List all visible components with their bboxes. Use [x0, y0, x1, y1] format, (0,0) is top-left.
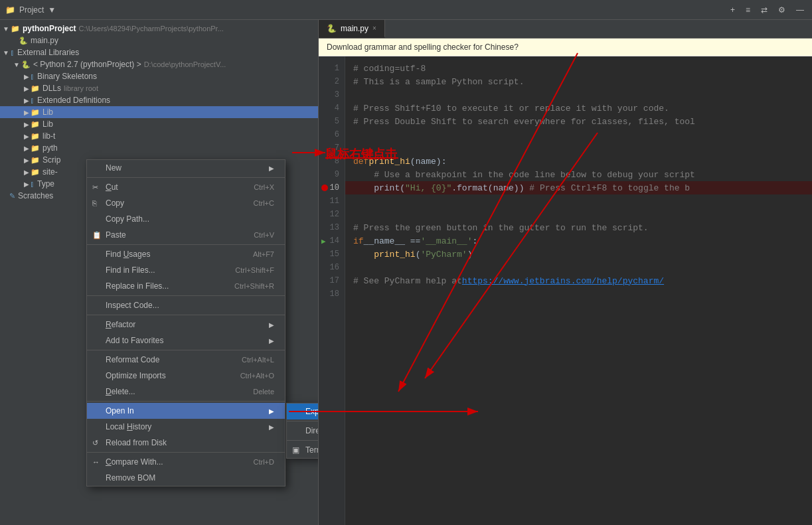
- copy-shortcut: Ctrl+C: [240, 199, 274, 207]
- menu-find-in-files-label: Find in Files...: [106, 265, 155, 275]
- menu-item-refactor[interactable]: Refactor ▶: [87, 317, 285, 333]
- expand-arrow-extlibs: ▼: [3, 49, 9, 56]
- sidebar-item-mainpy[interactable]: 🐍 main.py: [0, 35, 318, 46]
- submenu-item-terminal[interactable]: ▣ Terminal: [287, 442, 319, 458]
- code-line-10: print( "Hi, {0}" .format(name)) # Press …: [345, 181, 812, 194]
- code-line-14: if __name__ == '__main__' :: [345, 234, 812, 248]
- sync-icon[interactable]: ⇄: [758, 5, 770, 15]
- python27-label: < Python 2.7 (pythonProject) >: [33, 60, 141, 69]
- sidebar-item-binary-skeletons[interactable]: ▶ ⫿ Binary Skeletons: [0, 70, 318, 82]
- expand-arrow-dlls: ▶: [24, 85, 29, 92]
- menu-copy-label: Copy: [106, 198, 124, 208]
- menu-item-delete[interactable]: Delete... Delete: [87, 384, 285, 400]
- tab-mainpy[interactable]: 🐍 main.py ×: [319, 20, 385, 38]
- libt-folder-icon: 📁: [31, 132, 40, 141]
- line-num-5: 5: [319, 115, 345, 128]
- menu-item-compare-with[interactable]: ↔ Compare With... Ctrl+D: [87, 454, 285, 470]
- site-label: site-: [42, 167, 58, 177]
- menu-item-reload-from-disk[interactable]: ↺ Reload from Disk: [87, 435, 285, 451]
- mainpy-label: main.py: [31, 36, 58, 45]
- libt-label: lib-t: [42, 131, 55, 141]
- reformat-code-shortcut: Ctrl+Alt+L: [228, 356, 274, 364]
- line-num-16: 16: [319, 261, 345, 274]
- menu-item-new[interactable]: New ▶: [87, 160, 285, 176]
- menu-item-optimize-imports[interactable]: Optimize Imports Ctrl+Alt+O: [87, 368, 285, 384]
- code-line-11: [345, 194, 812, 208]
- minimize-icon[interactable]: —: [793, 5, 807, 15]
- ext-libs-label: External Libraries: [17, 48, 79, 57]
- menu-item-copy[interactable]: ⎘ Copy Ctrl+C: [87, 195, 285, 211]
- sidebar-item-lib-t[interactable]: ▶ 📁 lib-t: [0, 130, 318, 142]
- menu-open-in-label: Open In: [106, 406, 134, 415]
- menu-remove-bom-label: Remove BOM: [106, 473, 155, 483]
- menu-item-paste[interactable]: 📋 Paste Ctrl+V: [87, 227, 285, 243]
- info-bar: Download grammar and spelling checker fo…: [319, 38, 812, 56]
- sidebar-item-ext-libs[interactable]: ▼ ⫿ External Libraries: [0, 46, 318, 58]
- code-line-16: [345, 261, 812, 274]
- sidebar-item-lib[interactable]: ▶ 📁 Lib: [0, 106, 318, 118]
- line-num-10: 10: [319, 181, 345, 194]
- menu-new-label: New: [106, 163, 122, 173]
- submenu-item-directory-path[interactable]: Directory Path Ctrl+Alt+F12: [287, 423, 319, 439]
- sidebar-item-python27[interactable]: ▼ 🐍 < Python 2.7 (pythonProject) > D:\co…: [0, 58, 318, 70]
- code-content[interactable]: # coding=utf-8 # This is a sample Python…: [345, 56, 812, 525]
- line-num-1: 1: [319, 62, 345, 75]
- submenu-arrow-new: ▶: [269, 165, 274, 172]
- sidebar-item-lib2[interactable]: ▶ 📁 Lib: [0, 118, 318, 130]
- menu-item-open-in[interactable]: Open In ▶ Explorer Directory Path Ctrl+A…: [87, 403, 285, 419]
- sidebar-item-extended-defs[interactable]: ▶ ⫿ Extended Definitions: [0, 94, 318, 106]
- menu-item-copy-path[interactable]: Copy Path...: [87, 211, 285, 227]
- pyth-folder-icon: 📁: [31, 144, 40, 153]
- expand-arrow: ▼: [3, 25, 9, 33]
- cut-shortcut: Ctrl+X: [240, 183, 274, 191]
- tab-label: main.py: [341, 24, 368, 33]
- menu-item-find-usages[interactable]: Find Usages Alt+F7: [87, 246, 285, 262]
- expand-arrow-extdefs: ▶: [24, 97, 29, 104]
- menu-item-cut[interactable]: ✂ Cut Ctrl+X: [87, 179, 285, 195]
- line-num-9: 9: [319, 168, 345, 181]
- scratches-icon: ✎: [9, 192, 15, 200]
- find-in-files-shortcut: Ctrl+Shift+F: [222, 266, 274, 274]
- line-num-17: 17: [319, 274, 345, 287]
- lib-icon: ⫿: [31, 72, 35, 80]
- optimize-imports-shortcut: Ctrl+Alt+O: [227, 372, 274, 380]
- tab-close-button[interactable]: ×: [372, 25, 376, 32]
- menu-item-reformat-code[interactable]: Reformat Code Ctrl+Alt+L: [87, 352, 285, 368]
- site-folder-icon: 📁: [31, 168, 40, 177]
- add-icon[interactable]: +: [728, 5, 738, 15]
- menu-reload-from-disk-label: Reload from Disk: [106, 438, 167, 447]
- paste-icon: 📋: [92, 231, 102, 240]
- title-bar: 📁 Project ▼ + ≡ ⇄ ⚙ —: [0, 0, 812, 20]
- line-numbers: 1 2 3 4 5 6 7 8 9 10 11 12 13 ▶ 14: [319, 56, 345, 525]
- sidebar-item-pyth[interactable]: ▶ 📁 pyth: [0, 142, 318, 154]
- settings-icon[interactable]: ⚙: [775, 5, 788, 15]
- sidebar-item-pythonproject[interactable]: ▼ 📁 pythonProject C:\Users\48294\Pycharm…: [0, 23, 318, 35]
- menu-item-remove-bom[interactable]: Remove BOM: [87, 470, 285, 486]
- menu-local-history-label: Local History: [106, 422, 151, 431]
- expand-arrow-lib2: ▶: [24, 121, 29, 128]
- submenu-arrow-favorites: ▶: [269, 337, 274, 344]
- menu-item-inspect-code[interactable]: Inspect Code...: [87, 297, 285, 313]
- menu-sep-3: [87, 295, 285, 296]
- menu-item-replace-in-files[interactable]: Replace in Files... Ctrl+Shift+R: [87, 278, 285, 294]
- menu-item-local-history[interactable]: Local History ▶: [87, 419, 285, 435]
- py-file-icon: 🐍: [19, 37, 28, 45]
- line-num-15: 15: [319, 248, 345, 261]
- line-num-8: 8: [319, 155, 345, 168]
- menu-item-add-to-favorites[interactable]: Add to Favorites ▶: [87, 333, 285, 348]
- code-line-9: # Use a breakpoint in the code line belo…: [345, 168, 812, 181]
- submenu-sep-1: [287, 421, 319, 421]
- menu-find-usages-label: Find Usages: [106, 250, 150, 259]
- menu-item-find-in-files[interactable]: Find in Files... Ctrl+Shift+F: [87, 262, 285, 278]
- sidebar-item-dlls[interactable]: ▶ 📁 DLLs library root: [0, 82, 318, 94]
- submenu-item-explorer[interactable]: Explorer: [287, 404, 319, 419]
- project-dropdown-icon[interactable]: ▼: [48, 5, 56, 15]
- code-line-4: # Press Shift+F10 to execute it or repla…: [345, 102, 812, 115]
- binary-skeletons-label: Binary Skeletons: [37, 72, 97, 81]
- list-icon[interactable]: ≡: [743, 5, 753, 15]
- lib2-label: Lib: [42, 119, 53, 129]
- terminal-icon: ▣: [292, 445, 299, 455]
- menu-sep-7: [87, 452, 285, 453]
- editor-area: 🐍 main.py × Download grammar and spellin…: [319, 20, 812, 525]
- terminal-label: Terminal: [305, 445, 319, 455]
